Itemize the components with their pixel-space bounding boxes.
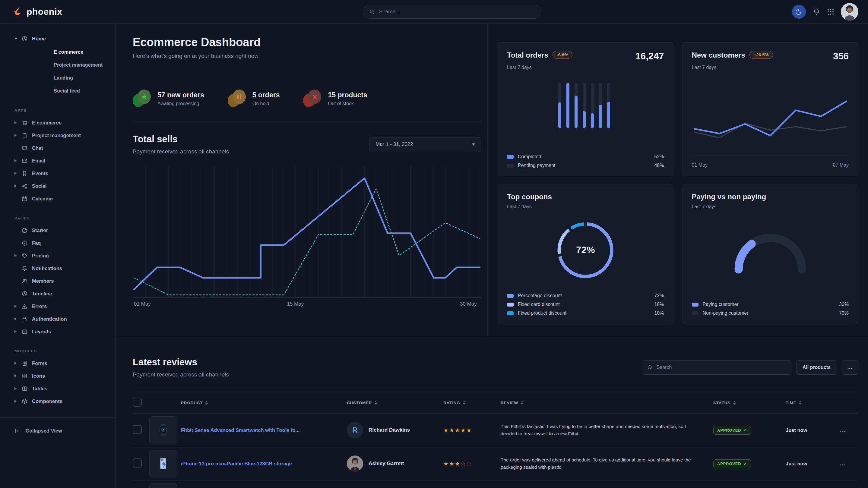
clipboard-icon	[22, 133, 27, 138]
user-avatar[interactable]	[841, 3, 858, 21]
brand-logo[interactable]: phoenix	[12, 0, 62, 23]
sidebar-item-email[interactable]: Email	[14, 154, 112, 167]
reviews-title: Latest reviews	[133, 357, 229, 368]
total-sells-chart: 01 May15 May30 May	[133, 164, 482, 309]
sidebar-item-errors[interactable]: Errors	[14, 300, 112, 313]
product-thumbnail[interactable]	[149, 450, 177, 478]
caret-right-icon	[14, 362, 22, 365]
sidebar-item-notifications[interactable]: Notifications	[14, 262, 112, 274]
sidebar-item-tables[interactable]: Tables	[14, 382, 112, 395]
product-thumbnail[interactable]	[149, 416, 177, 444]
customer-avatar: R	[347, 422, 363, 438]
product-link[interactable]: Fitbit Sense Advanced Smartwatch with To…	[181, 427, 300, 433]
product-thumbnail[interactable]	[149, 483, 177, 488]
coupons-donut-chart: 72%	[551, 216, 620, 285]
global-search[interactable]	[363, 5, 541, 19]
warning-triangle-icon	[22, 303, 27, 309]
caret-right-icon	[14, 375, 22, 378]
delta-badge: +26.5%	[749, 51, 773, 59]
rating-stars: ★★★★★	[443, 427, 501, 434]
row-more-button[interactable]: ...	[840, 461, 858, 467]
users-icon	[22, 278, 27, 284]
sort-icon	[206, 401, 208, 405]
sidebar-item-pricing[interactable]: Pricing	[14, 249, 112, 262]
caret-right-icon	[14, 254, 22, 257]
theme-toggle-button[interactable]	[792, 5, 806, 19]
moon-icon	[796, 8, 802, 15]
total-orders-card: Total orders -6.8% 16,247 Last 7 days Co…	[498, 42, 674, 176]
column-review[interactable]: REVIEW	[501, 400, 713, 405]
sidebar-subitem-landing[interactable]: Landing	[14, 71, 112, 85]
sidebar-item-events[interactable]: Events	[14, 167, 112, 180]
column-customer[interactable]: CUSTOMER	[347, 400, 443, 405]
caret-right-icon	[14, 317, 22, 320]
table-header: PRODUCT CUSTOMER RATING REVIEW STATUS TI…	[133, 392, 858, 414]
all-products-button[interactable]: All products	[796, 360, 837, 375]
product-link[interactable]: iPhone 13 pro max-Pacific Blue-128GB sto…	[181, 461, 292, 466]
date-range-select[interactable]: Mar 1 - 31, 2022	[369, 137, 482, 152]
select-all-checkbox[interactable]	[133, 398, 142, 406]
column-status[interactable]: STATUS	[713, 400, 786, 405]
search-input[interactable]	[378, 8, 535, 15]
sort-icon	[375, 401, 377, 405]
svg-text:30 May: 30 May	[460, 301, 477, 307]
row-more-button[interactable]: ...	[840, 427, 858, 433]
customer-cell: Ashley Garrett	[347, 455, 443, 472]
sidebar-subitem-social-feed[interactable]: Social feed	[14, 85, 112, 97]
sidebar-item-social[interactable]: Social	[14, 180, 112, 192]
sidebar-item-components[interactable]: Components	[14, 395, 112, 408]
search-icon	[369, 9, 375, 15]
legend-pending: Pending payment 48%	[507, 163, 664, 168]
sidebar-item-authentication[interactable]: Authentication	[14, 313, 112, 325]
total-orders-value: 16,247	[636, 51, 664, 62]
stat-orders-on-hold: 5 orders On hold	[228, 90, 280, 108]
column-product[interactable]: PRODUCT	[181, 400, 347, 405]
star-icon: ★	[141, 93, 148, 100]
sidebar-item-timeline[interactable]: Timeline	[14, 287, 112, 300]
latest-reviews-section: Latest reviews Payment received across a…	[116, 336, 868, 488]
reviews-more-button[interactable]: ...	[842, 360, 858, 375]
sidebar-item-faq[interactable]: Faq	[14, 237, 112, 249]
column-time[interactable]: TIME	[786, 400, 840, 405]
reviews-search-input[interactable]	[656, 364, 786, 370]
row-checkbox[interactable]	[133, 458, 142, 467]
table-row: Fitbit Sense Advanced Smartwatch with To…	[133, 414, 858, 447]
sidebar-item-layouts[interactable]: Layouts	[14, 325, 112, 338]
legend-non-paying: Non-paying customer 70%	[692, 311, 849, 316]
kpi-cards: Total orders -6.8% 16,247 Last 7 days Co…	[488, 23, 868, 336]
mail-icon	[22, 158, 27, 164]
sidebar-subitem-project-management[interactable]: Project management	[14, 59, 112, 71]
sidebar-item-icons[interactable]: Icons	[14, 369, 112, 382]
caret-right-icon	[14, 400, 22, 403]
collapse-view-button[interactable]: Collapsed View	[14, 426, 115, 436]
sidebar-subitem-ecommerce[interactable]: E commerce	[14, 45, 112, 59]
caret-down-icon	[14, 38, 22, 40]
status-badge: APPROVED✓	[713, 459, 751, 468]
row-checkbox[interactable]	[133, 425, 142, 434]
reviews-subtitle: Payment received across all channels	[133, 371, 229, 378]
app-root: phoenix	[0, 0, 868, 488]
svg-text:15 May: 15 May	[287, 301, 304, 307]
sidebar-item-ecommerce-app[interactable]: E commerce	[14, 116, 112, 129]
review-time: Just now	[786, 461, 840, 466]
sidebar-item-members[interactable]: Members	[14, 274, 112, 287]
apps-grid-button[interactable]	[827, 8, 834, 15]
caret-right-icon	[14, 134, 22, 137]
sidebar-item-label: Home	[32, 36, 46, 42]
notifications-button[interactable]	[812, 8, 820, 16]
total-sells-title: Total sells	[133, 134, 229, 145]
reviews-search[interactable]	[642, 360, 792, 375]
sidebar-item-home[interactable]: Home	[14, 32, 112, 45]
stat-new-orders: ★ 57 new orders Awating processing	[133, 90, 204, 108]
paying-card: Paying vs non paying Last 7 days Paying …	[683, 184, 858, 324]
column-rating[interactable]: RATING	[443, 400, 501, 405]
caret-right-icon	[14, 159, 22, 162]
sidebar-item-starter[interactable]: Starter	[14, 224, 112, 237]
sidebar-item-chat[interactable]: Chat	[14, 142, 112, 154]
document-icon	[22, 360, 27, 366]
sidebar-item-calendar[interactable]: Calendar	[14, 192, 112, 205]
sidebar-item-forms[interactable]: Forms	[14, 357, 112, 369]
sidebar-item-project-management-app[interactable]: Project management	[14, 129, 112, 142]
total-sells-subtitle: Payment received across all channels	[133, 148, 229, 155]
caret-right-icon	[14, 172, 22, 175]
